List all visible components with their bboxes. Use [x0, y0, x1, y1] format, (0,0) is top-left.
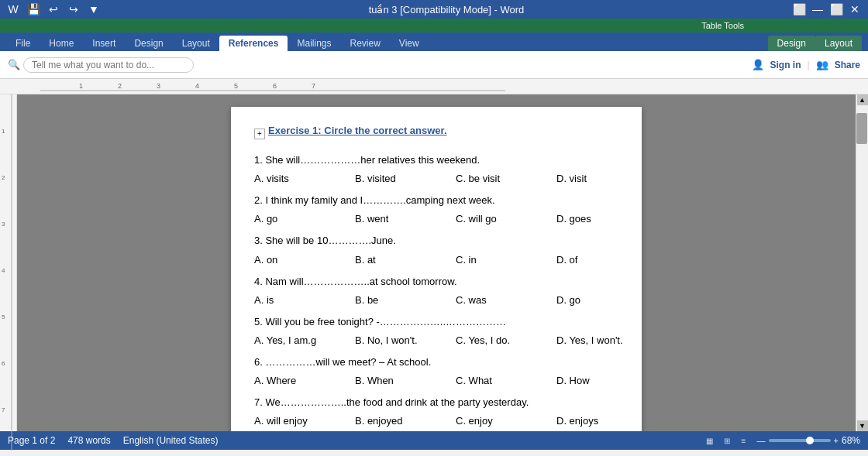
share-label[interactable]: Share [835, 60, 860, 70]
question-3-text: 3. She will be 10………….June. [254, 235, 396, 246]
svg-text:3: 3 [2, 221, 5, 228]
q2-option-c: C. will go [456, 211, 556, 228]
question-5-text: 5. Will you be free tonight? -………………..……… [254, 316, 506, 327]
language: English (United States) [123, 435, 219, 446]
question-2-text: 2. I think my family and I………….camping n… [254, 194, 495, 206]
table-tools-bar: Table Tools [0, 19, 868, 33]
title-bar: W 💾 ↩ ↪ ▼ tuần 3 [Compatibility Mode] - … [0, 0, 868, 19]
word-count: 478 words [67, 435, 110, 446]
scroll-thumb[interactable] [856, 113, 867, 144]
question-1: 1. She will………………her relatives this week… [254, 152, 618, 169]
scroll-down-btn[interactable]: ▼ [857, 420, 868, 431]
page-info: Page 1 of 2 [8, 435, 55, 446]
tab-insert[interactable]: Insert [83, 36, 125, 51]
status-bar: Page 1 of 2 478 words English (United St… [0, 431, 868, 450]
tab-layout[interactable]: Layout [173, 36, 219, 51]
question-4-text: 4. Nam will………………..at school tomorrow. [254, 276, 457, 287]
q1-option-a: A. visits [254, 170, 355, 187]
question-2: 2. I think my family and I………….camping n… [254, 192, 618, 209]
ribbon-tabs: File Home Insert Design Layout Reference… [0, 33, 868, 51]
question-7: 7. We………………..the food and drink at the p… [254, 394, 618, 411]
q4-option-a: A. is [254, 292, 355, 309]
svg-text:5: 5 [234, 82, 238, 90]
question-5-options: A. Yes, I am.g B. No, I won't. C. Yes, I… [254, 332, 618, 349]
view-icons: ▦ ⊞ ≡ [703, 434, 751, 447]
svg-text:4: 4 [2, 267, 5, 274]
tab-references[interactable]: References [219, 36, 288, 51]
scroll-up-btn[interactable]: ▲ [857, 94, 868, 105]
tab-table-layout[interactable]: Layout [815, 36, 862, 51]
document-area: + Exercise 1: Circle the correct answer.… [17, 94, 856, 431]
tab-view[interactable]: View [390, 36, 429, 51]
scrollbar[interactable]: ▲ ▼ [856, 94, 868, 431]
close-icon[interactable]: ✕ [846, 1, 863, 18]
web-layout-icon[interactable]: ⊞ [720, 434, 734, 447]
search-icon: 🔍 [8, 59, 20, 70]
tab-design[interactable]: Design [125, 36, 172, 51]
print-layout-icon[interactable]: ▦ [703, 434, 717, 447]
svg-text:1: 1 [2, 128, 5, 135]
restore-window-icon[interactable]: ⬜ [790, 1, 808, 18]
status-left: Page 1 of 2 478 words English (United St… [8, 435, 219, 446]
q1-option-c: C. be visit [456, 170, 556, 187]
expand-icon[interactable]: + [254, 129, 265, 139]
document-page: + Exercise 1: Circle the correct answer.… [231, 107, 642, 431]
exercise-1-title: Exercise 1: Circle the correct answer. [268, 122, 447, 139]
q5-option-c: C. Yes, I do. [456, 332, 556, 349]
q5-option-b: B. No, I won't. [355, 332, 456, 349]
svg-text:4: 4 [195, 82, 199, 90]
q1-option-b: B. visited [355, 170, 456, 187]
q7-option-a: A. will enjoy [254, 413, 355, 430]
svg-text:2: 2 [118, 82, 122, 90]
q4-option-c: C. was [456, 292, 556, 309]
minimize-icon[interactable]: — [809, 1, 826, 18]
question-3-options: A. on B. at C. in D. of [254, 252, 618, 269]
q1-option-d: D. visit [556, 170, 657, 187]
q3-option-a: A. on [254, 252, 355, 269]
customize-qa-icon[interactable]: ▼ [85, 1, 102, 18]
document-title: tuần 3 [Compatibility Mode] - Word [102, 4, 790, 15]
zoom-slider[interactable] [769, 439, 831, 442]
quick-access-toolbar: W 💾 ↩ ↪ ▼ [5, 1, 102, 18]
read-mode-icon[interactable]: ≡ [737, 434, 751, 447]
tab-file[interactable]: File [6, 36, 40, 51]
vertical-ruler: 1 2 3 4 5 6 7 [0, 94, 17, 431]
zoom-minus-btn[interactable]: — [757, 436, 766, 445]
word-icon: W [5, 1, 22, 18]
status-right: ▦ ⊞ ≡ — + 68% [703, 434, 860, 447]
tab-table-design[interactable]: Design [768, 36, 815, 51]
ribbon-search-input[interactable] [23, 57, 194, 73]
q6-option-a: A. Where [254, 372, 355, 389]
question-1-text: 1. She will………………her relatives this week… [254, 154, 480, 166]
zoom-thumb[interactable] [806, 437, 814, 444]
svg-text:1: 1 [79, 82, 83, 90]
q5-option-d: D. Yes, I won't. [556, 332, 657, 349]
redo-icon[interactable]: ↪ [65, 1, 82, 18]
save-icon[interactable]: 💾 [25, 1, 42, 18]
sign-in-area: 👤 Sign in | 👥 Share [752, 59, 860, 70]
svg-text:6: 6 [2, 360, 5, 367]
tab-review[interactable]: Review [341, 36, 390, 51]
svg-text:7: 7 [2, 406, 5, 413]
q2-option-d: D. goes [556, 211, 657, 228]
zoom-plus-btn[interactable]: + [834, 436, 839, 445]
question-4-options: A. is B. be C. was D. go [254, 292, 618, 309]
svg-text:5: 5 [2, 314, 5, 321]
tab-home[interactable]: Home [40, 36, 83, 51]
tab-mailings[interactable]: Mailings [288, 36, 340, 51]
sign-in-label[interactable]: Sign in [770, 60, 801, 70]
horizontal-ruler: 1 2 3 4 5 6 7 [0, 79, 868, 94]
svg-text:7: 7 [312, 82, 315, 90]
question-7-text: 7. We………………..the food and drink at the p… [254, 396, 529, 408]
maximize-icon[interactable]: ⬜ [828, 1, 845, 18]
q3-option-d: D. of [556, 252, 657, 269]
main-area: 1 2 3 4 5 6 7 + Exercise 1: Circle the c… [0, 94, 868, 431]
q5-option-a: A. Yes, I am.g [254, 332, 355, 349]
q6-option-c: C. What [456, 372, 556, 389]
q6-option-d: D. How [556, 372, 657, 389]
ribbon-bar: 🔍 👤 Sign in | 👥 Share [0, 51, 868, 79]
question-6-text: 6. ……………will we meet? – At school. [254, 356, 431, 368]
q7-option-d: D. enjoys [556, 413, 657, 430]
undo-icon[interactable]: ↩ [45, 1, 62, 18]
svg-text:6: 6 [273, 82, 277, 90]
